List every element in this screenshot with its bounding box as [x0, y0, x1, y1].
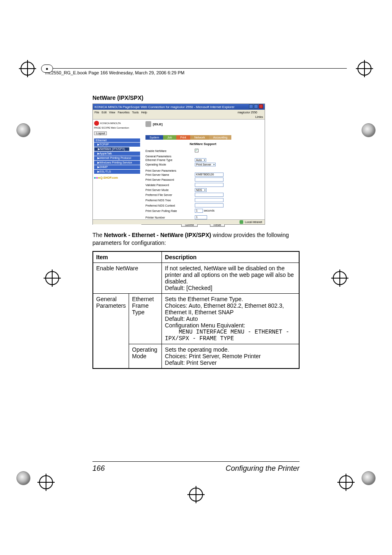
ps-name-label: Print Server Name — [145, 173, 195, 176]
general-params-heading: General Parameters — [145, 155, 261, 158]
header-icon: ● — [41, 64, 53, 73]
page-heading: NetWare Support — [145, 142, 261, 146]
row-frame-sub: Ethernet Frame Type — [129, 293, 162, 344]
pref-tree-label: Preferred NDS Tree — [145, 199, 195, 202]
registration-disc — [362, 471, 376, 485]
tab-system[interactable]: System — [145, 135, 163, 140]
crop-mark — [333, 271, 347, 285]
qshop-link[interactable]: Q-SHOP.com — [94, 176, 140, 179]
printer-icon — [145, 121, 151, 127]
sidebar: KONICA MINOLTA PAGE SCOPE Web Connection… — [93, 120, 141, 225]
menu-help[interactable]: Help — [141, 111, 147, 114]
status-idle: [IDLE] — [153, 122, 163, 126]
links-label[interactable]: Links — [255, 115, 263, 119]
ps-name-input[interactable]: KMBTB00126 — [195, 173, 224, 177]
menu-edit[interactable]: Edit — [101, 111, 106, 114]
page-footer: 166 Configuring the Printer — [92, 461, 300, 473]
crop-mark — [21, 62, 35, 76]
frame-type-label: Ethernet Frame Type — [145, 159, 195, 161]
registration-disc — [362, 123, 376, 137]
nav-ipp[interactable]: ▶Internet Printing Protocol — [94, 156, 140, 160]
menu-file[interactable]: File — [95, 111, 99, 114]
menu-tools[interactable]: Tools — [132, 111, 138, 114]
tab-job[interactable]: Job — [163, 135, 176, 140]
running-header: ● mc2550_RG_E.book Page 166 Wednesday, M… — [45, 68, 347, 75]
row-opmode-desc: Sets the operating mode. Choices: Print … — [162, 344, 299, 368]
pref-fs-input[interactable] — [195, 193, 224, 197]
tab-network[interactable]: Network — [190, 135, 209, 140]
frame-type-select[interactable]: Auto — [195, 158, 206, 162]
nav-winprint[interactable]: ▶Windows Printing Service — [94, 161, 140, 165]
registration-disc — [16, 471, 30, 485]
printer-num-label: Printer Number — [145, 216, 195, 219]
th-desc: Description — [162, 251, 299, 263]
ps-pwd-label: Print Server Password — [145, 178, 195, 181]
crop-mark — [339, 475, 353, 489]
ps-mode-label: Print Server Mode — [145, 189, 195, 191]
pref-fs-label: Preferred File Server — [145, 193, 195, 196]
page-number: 166 — [92, 464, 105, 473]
nav-appletalk[interactable]: ▶AppleTalk — [94, 152, 140, 156]
row-enable-desc: If not selected, NetWare will be disable… — [162, 263, 299, 293]
tab-print[interactable]: Print — [176, 135, 190, 140]
row-enable-item: Enable NetWare — [93, 263, 162, 293]
status-bar: Local intranet — [93, 219, 265, 224]
section-heading: NetWare (IPX/SPX) — [92, 94, 300, 101]
browser-screenshot: KONICA MINOLTA PageScope Web Connection … — [92, 104, 265, 225]
val-pwd-label: Validate Password — [145, 184, 195, 187]
enable-netware-checkbox[interactable] — [195, 149, 198, 152]
nav-ssl[interactable]: ▶SSL/TLS — [94, 170, 140, 174]
nav-snmp[interactable]: ▶SNMP — [94, 165, 140, 169]
window-title: KONICA MINOLTA PageScope Web Connection … — [95, 105, 235, 109]
menu-favorites[interactable]: Favorites — [118, 111, 129, 114]
th-item: Item — [93, 251, 162, 263]
poll-unit: seconds — [204, 209, 214, 212]
pref-tree-input[interactable] — [195, 198, 224, 202]
status-zone-text: Local intranet — [245, 221, 262, 223]
menu-view[interactable]: View — [109, 111, 115, 114]
pref-ctx-input[interactable] — [195, 203, 224, 207]
intro-paragraph: The Network - Ethernet - NetWare (IPX/SP… — [92, 231, 300, 247]
tab-accounting[interactable]: Accounting — [209, 135, 232, 140]
window-controls[interactable] — [248, 104, 263, 109]
pref-ctx-label: Preferred NDS Context — [145, 204, 195, 207]
brand-text: KONICA MINOLTA — [100, 122, 121, 124]
nav-ethernet[interactable]: Ethernet — [94, 138, 140, 142]
footer-title: Configuring the Printer — [226, 464, 300, 473]
parameters-table: Item Description Enable NetWare If not s… — [92, 251, 300, 369]
crop-mark — [45, 271, 59, 285]
ps-pwd-input[interactable] — [195, 177, 224, 182]
op-mode-label: Operating Mode — [145, 163, 195, 166]
toolbar: Links — [93, 115, 265, 120]
crop-mark — [39, 475, 53, 489]
ps-params-heading: Print Server Parameters — [145, 169, 261, 172]
brand-icon — [94, 121, 99, 126]
window-titlebar: KONICA MINOLTA PageScope Web Connection … — [93, 104, 265, 110]
ps-mode-select[interactable]: NDS — [195, 188, 207, 192]
header-text: mc2550_RG_E.book Page 166 Wednesday, Mar… — [45, 70, 184, 75]
poll-input[interactable]: 1 — [195, 209, 203, 213]
logout-button[interactable]: Logout — [94, 131, 107, 135]
crop-mark — [189, 488, 203, 502]
tab-bar: System Job Print Network Accounting — [145, 135, 261, 140]
crop-mark — [357, 62, 371, 76]
val-pwd-input[interactable] — [195, 183, 224, 187]
nav-tcpip[interactable]: ▶TCP/IP — [94, 143, 140, 147]
main-content: [IDLE] magicolor 2550 System Job Print N… — [141, 120, 265, 225]
row-opmode-sub: Operating Mode — [129, 344, 162, 368]
enable-netware-label: Enable NetWare — [145, 150, 195, 152]
zone-icon — [240, 220, 243, 224]
nav-netware[interactable]: ▶NetWare (IPX/SPX) — [94, 147, 129, 151]
row-frame-desc: Sets the Ethernet Frame Type. Choices: A… — [162, 293, 299, 344]
row-general-item: General Parameters — [93, 293, 129, 368]
web-connection-label: PAGE SCOPE Web Connection — [94, 127, 140, 129]
registration-disc — [16, 123, 30, 137]
printer-num-input[interactable]: 1 — [195, 215, 207, 219]
op-mode-select[interactable]: Print Server — [195, 163, 216, 166]
poll-label: Print Server Polling Rate — [145, 210, 195, 212]
model-label: magicolor 2550 — [238, 111, 257, 114]
